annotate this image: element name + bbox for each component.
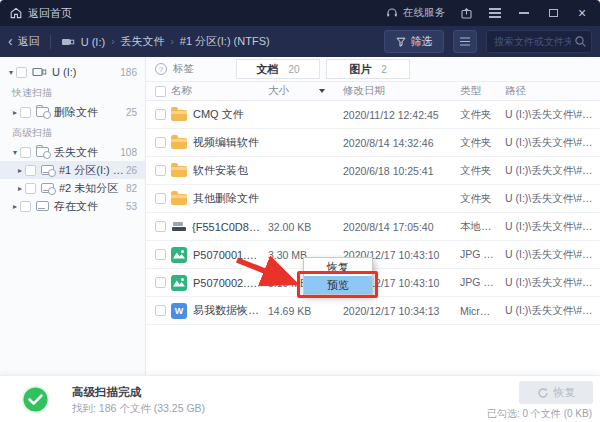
table-header: 名称 大小 修改日期 类型 路径 <box>146 82 600 101</box>
tree-item-root-drive[interactable]: ▾ U (I:) 186 <box>0 63 145 81</box>
column-header-date[interactable]: 修改日期 <box>335 84 450 98</box>
main-menu-button[interactable] <box>487 5 503 21</box>
file-date: 2020/8/14 17:05:40 <box>335 221 450 233</box>
funnel-icon <box>396 37 406 47</box>
tag-pill-documents[interactable]: 文档 20 <box>236 59 320 79</box>
column-header-name[interactable]: 名称 <box>171 84 260 98</box>
tree-item-count: 53 <box>126 201 137 212</box>
row-checkbox[interactable] <box>155 305 166 316</box>
table-row[interactable]: 软件安装包 2020/6/18 10:25:41 文件夹 U (I:)\丢失文件… <box>146 157 600 185</box>
expand-arrow-icon[interactable]: ▸ <box>10 108 20 117</box>
tree-item-deleted-files[interactable]: ▸ 删除文件 25 <box>0 103 145 121</box>
tree-item-existing-files[interactable]: ▸ 存在文件 53 <box>0 197 145 215</box>
breadcrumb-item-drive[interactable]: U (I:) <box>81 36 105 48</box>
file-type: 本地磁盘 <box>450 220 500 234</box>
feedback-icon <box>461 8 472 19</box>
file-path: U (I:)\丢失文件\#1 分... <box>500 220 600 234</box>
expand-arrow-icon[interactable]: ▸ <box>10 202 20 211</box>
tree-checkbox[interactable] <box>20 201 31 212</box>
file-type: 文件夹 <box>450 108 500 122</box>
home-button[interactable]: 返回首页 <box>10 6 72 21</box>
file-name: 其他删除文件 <box>193 191 259 206</box>
app-window: 返回首页 在线服务 × ‹ 返回 U (I:) › 丢失文件 <box>0 0 600 422</box>
tree-item-partition-2[interactable]: ▸ #2 未知分区 82 <box>0 179 145 197</box>
expand-arrow-icon[interactable]: ▸ <box>15 184 25 193</box>
folder-deleted-icon <box>36 107 49 117</box>
row-checkbox[interactable] <box>155 109 166 120</box>
maximize-button[interactable] <box>545 5 561 21</box>
breadcrumb-item-partition[interactable]: #1 分区(I:) (NTFS) <box>180 34 270 49</box>
tag-count: 2 <box>381 64 387 75</box>
table-row[interactable]: CMQ 文件 2020/11/12 12:42:45 文件夹 U (I:)\丢失… <box>146 101 600 129</box>
tag-count: 20 <box>288 64 299 75</box>
file-path: U (I:)\丢失文件\#1 分... <box>500 304 600 318</box>
partition-icon <box>41 183 54 193</box>
tree-checkbox[interactable] <box>16 67 27 78</box>
search-box <box>486 30 592 53</box>
minimize-button[interactable] <box>516 5 532 21</box>
table-row[interactable]: {F551C0D8-4D3... 32.00 KB 2020/8/14 17:0… <box>146 213 600 241</box>
file-date: 2020/8/14 14:32:46 <box>335 137 450 149</box>
expand-arrow-icon[interactable]: ▸ <box>15 166 25 175</box>
breadcrumb: U (I:) › 丢失文件 › #1 分区(I:) (NTFS) <box>61 34 270 49</box>
row-checkbox[interactable] <box>155 137 166 148</box>
tree-checkbox[interactable] <box>20 147 31 158</box>
help-icon[interactable]: ? <box>155 63 167 75</box>
found-label: 找到: <box>72 402 96 414</box>
file-path: U (I:)\丢失文件\#1 分... <box>500 276 600 290</box>
filter-button[interactable]: 筛选 <box>384 30 444 53</box>
column-header-type[interactable]: 类型 <box>450 84 500 98</box>
tag-name: 文档 <box>256 62 278 77</box>
table-row[interactable]: P5070002.JPG 3.19 MB 2020/12/17 10:43:10… <box>146 269 600 297</box>
online-service-button[interactable]: 在线服务 <box>386 6 445 20</box>
row-checkbox[interactable] <box>155 193 166 204</box>
feedback-button[interactable] <box>458 5 474 21</box>
file-date: 2020/6/18 10:25:41 <box>335 165 450 177</box>
file-list-panel: ? 标签 文档 20 图片 2 名称 大小 修改日期 类型 路径 <box>146 57 600 375</box>
table-row[interactable]: 其他删除文件 文件夹 U (I:)\丢失文件\#1 分... <box>146 185 600 213</box>
context-menu-item-recover[interactable]: 恢复 <box>304 258 372 276</box>
column-header-path[interactable]: 路径 <box>500 84 600 98</box>
context-menu-item-preview[interactable]: 预览 <box>304 276 372 294</box>
file-name: P5070002.JPG <box>193 277 260 289</box>
folder-icon <box>171 194 187 205</box>
close-icon: × <box>578 6 586 20</box>
scan-status-title: 高级扫描完成 <box>72 385 141 400</box>
tree-checkbox[interactable] <box>25 183 36 194</box>
breadcrumb-item-lost-files[interactable]: 丢失文件 <box>120 34 164 49</box>
column-header-size[interactable]: 大小 <box>260 84 335 98</box>
jpg-file-icon <box>171 247 187 263</box>
back-button[interactable]: ‹ 返回 <box>8 34 40 49</box>
tree-item-count: 82 <box>126 183 137 194</box>
online-service-label: 在线服务 <box>403 6 445 20</box>
folder-icon <box>171 138 187 149</box>
row-checkbox[interactable] <box>155 249 166 260</box>
success-check-icon <box>21 385 50 414</box>
close-button[interactable]: × <box>574 5 590 21</box>
collapse-arrow-icon[interactable]: ▾ <box>10 148 20 157</box>
tree-item-lost-files[interactable]: ▾ 丢失文件 108 <box>0 143 145 161</box>
tree-checkbox[interactable] <box>20 107 31 118</box>
select-all-checkbox[interactable] <box>155 86 166 97</box>
titlebar: 返回首页 在线服务 × <box>0 0 600 26</box>
tree-item-partition-1[interactable]: ▸ #1 分区(I:) (NTFS) 26 <box>0 161 145 179</box>
view-mode-button[interactable] <box>453 30 477 53</box>
minimize-icon <box>519 12 529 14</box>
recover-button[interactable]: 恢复 <box>519 381 593 404</box>
drive-icon <box>36 201 49 211</box>
selected-label: 已勾选: <box>487 408 520 419</box>
row-checkbox[interactable] <box>155 221 166 232</box>
file-size: 14.69 KB <box>260 305 335 317</box>
row-checkbox[interactable] <box>155 165 166 176</box>
expand-arrow-icon[interactable]: ▾ <box>6 68 16 77</box>
table-row[interactable]: 视频编辑软件 2020/8/14 14:32:46 文件夹 U (I:)\丢失文… <box>146 129 600 157</box>
row-checkbox[interactable] <box>155 277 166 288</box>
file-name: 软件安装包 <box>193 163 248 178</box>
usb-drive-icon <box>32 66 47 78</box>
tree-checkbox[interactable] <box>25 165 36 176</box>
table-row[interactable]: P5070001.JPG 3.30 MB 2020/12/17 10:43:10… <box>146 241 600 269</box>
content-area: ▾ U (I:) 186 快速扫描 ▸ 删除文件 25 高级扫描 ▾ 丢失文件 <box>0 57 600 375</box>
table-row[interactable]: W易我数据恢复... 14.69 KB 2020/12/17 10:34:13 … <box>146 297 600 325</box>
tag-pill-pictures[interactable]: 图片 2 <box>326 59 410 79</box>
back-button-label: 返回 <box>18 34 40 49</box>
